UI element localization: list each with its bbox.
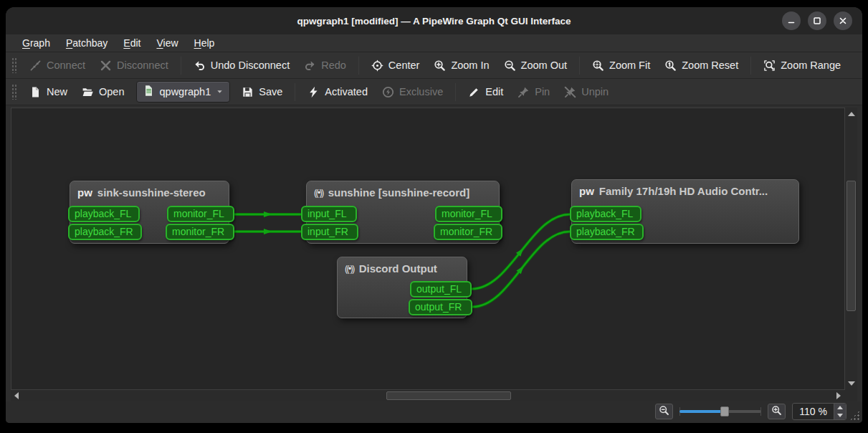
zoom-in-icon [434,60,446,72]
pin-button[interactable]: Pin [510,82,557,102]
zoom-slider-fill [679,410,725,413]
zoom-fit-button[interactable]: Zoom Fit [585,56,657,75]
zoom-out-button[interactable]: Zoom Out [497,56,574,75]
spin-down-icon [837,414,843,417]
undo-icon [194,60,206,72]
button-label: New [47,86,67,97]
maximize-button[interactable] [808,11,826,30]
node-header: ((•))sunshine [sunshine-record] [307,181,499,199]
node-header: pwFamily 17h/19h HD Audio Contr... [572,180,798,197]
vertical-scroll-thumb[interactable] [846,181,856,310]
button-label: Activated [325,86,368,97]
disconnect-button[interactable]: Disconnect [92,56,176,75]
menu-help[interactable]: Help [186,36,223,50]
scroll-left-icon[interactable] [14,392,19,399]
menu-view[interactable]: View [148,36,186,50]
node-header: pwsink-sunshine-stereo [70,181,229,199]
zoom-out-icon [659,405,669,419]
zoom-out-icon [504,60,516,72]
undo-disconnect-button[interactable]: Undo Disconnect [186,56,297,75]
port-sunshine-input-fl[interactable]: input_FL [301,206,357,222]
resize-grip[interactable] [849,410,860,421]
new-button[interactable]: New [22,82,75,102]
port-sunshine-monitor-fl[interactable]: monitor_FL [435,206,502,222]
menubar: GraphPatchbayEditViewHelp [6,34,862,52]
zoom-range-button[interactable]: Zoom Range [756,56,848,75]
button-label: Exclusive [399,86,443,97]
connect-button[interactable]: Connect [22,56,92,75]
zoom-in-button[interactable] [768,404,786,419]
edit-button[interactable]: Edit [461,82,510,102]
horizontal-scrollbar[interactable] [11,390,845,401]
connection-arrow-icon [516,264,525,274]
menu-graph[interactable]: Graph [14,36,58,50]
close-icon [839,16,847,25]
center-button[interactable]: Center [364,56,427,75]
button-label: Edit [485,86,503,97]
menu-edit[interactable]: Edit [115,36,148,50]
zoom-spinbox[interactable]: 110 % [792,403,846,420]
window-title: qpwgraph1 [modified] — A PipeWire Graph … [6,16,862,27]
toolbar-handle[interactable] [11,57,16,73]
toolbar-separator [181,57,181,75]
exclusive-icon [382,86,394,98]
open-button[interactable]: Open [75,82,131,102]
minimize-button[interactable] [782,11,801,30]
save-icon [242,86,254,98]
port-sink-sunshine-stereo-playback-fr[interactable]: playback_FR [68,224,142,240]
zoom-reset-button[interactable]: Zoom Reset [657,56,745,75]
zoom-slider-handle[interactable] [720,406,729,417]
port-sunshine-input-fr[interactable]: input_FR [301,224,358,240]
scroll-up-icon[interactable] [848,112,855,116]
port-discord-output-output-fl[interactable]: output_FL [410,281,472,298]
disconnect-icon [100,60,112,72]
port-sunshine-monitor-fr[interactable]: monitor_FR [434,224,502,240]
button-label: Disconnect [117,60,168,71]
toolbar-separator [295,83,295,101]
button-label: Zoom In [451,60,489,71]
zoom-reset-icon [664,60,677,72]
port-family-hd-audio-playback-fr[interactable]: playback_FR [570,224,644,240]
spin-up-button[interactable] [834,404,846,411]
port-sink-sunshine-stereo-playback-fl[interactable]: playback_FL [68,206,140,222]
scroll-down-icon[interactable] [848,381,855,386]
connection-arrow-icon [516,247,525,257]
graph-canvas[interactable]: pwsink-sunshine-stereo((•))sunshine [sun… [11,108,845,390]
spin-down-button[interactable] [834,411,846,419]
toolbar-patchbay: NewOpenqpwgraph1SaveActivatedExclusiveEd… [6,79,862,105]
menu-patchbay[interactable]: Patchbay [58,36,115,50]
zoom-out-button[interactable] [655,404,673,419]
button-label: Zoom Range [781,60,841,71]
save-button[interactable]: Save [234,82,290,102]
unpin-button[interactable]: Unpin [557,82,616,102]
new-icon [29,86,42,98]
toolbar-handle[interactable] [11,84,16,100]
toolbar-main: ConnectDisconnectUndo DisconnectRedoCent… [6,52,862,79]
button-label: Connect [47,60,85,71]
close-button[interactable] [834,11,852,30]
zoom-value[interactable]: 110 % [793,404,834,419]
unpin-icon [564,86,576,98]
connections-layer[interactable] [11,108,844,389]
open-icon [82,86,94,98]
port-discord-output-output-fr[interactable]: output_FR [409,299,472,315]
port-sink-sunshine-stereo-monitor-fl[interactable]: monitor_FL [167,206,234,222]
activated-button[interactable]: Activated [300,82,375,102]
port-family-hd-audio-playback-fl[interactable]: playback_FL [570,206,642,222]
zoom-in-button[interactable]: Zoom In [426,56,496,75]
zoom-slider[interactable] [679,405,761,418]
spin-up-icon [837,406,843,409]
maximize-icon [813,16,821,25]
port-sink-sunshine-stereo-monitor-fr[interactable]: monitor_FR [166,224,234,240]
horizontal-scroll-thumb[interactable] [386,391,512,400]
scroll-right-icon[interactable] [836,392,841,399]
exclusive-button[interactable]: Exclusive [375,82,450,102]
titlebar[interactable]: qpwgraph1 [modified] — A PipeWire Graph … [6,7,862,34]
button-label: Zoom Out [521,60,567,71]
stream-icon: ((•)) [314,188,323,198]
button-label: Unpin [581,86,609,97]
redo-button[interactable]: Redo [297,56,353,75]
qpwgraph1-dropdown[interactable]: qpwgraph1 [136,81,231,103]
node-title: sunshine [sunshine-record] [328,186,470,199]
vertical-scrollbar[interactable] [845,108,857,390]
